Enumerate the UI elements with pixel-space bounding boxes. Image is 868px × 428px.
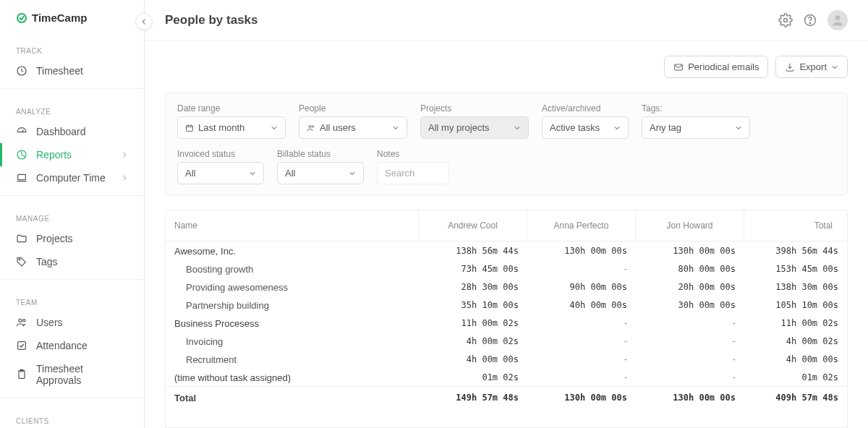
logo-text: TimeCamp [32, 12, 87, 24]
table-row: Invoicing4h 00m 02s--4h 00m 02s [166, 332, 847, 350]
row-name: Invoicing [166, 332, 419, 350]
chevron-down-icon [514, 124, 521, 132]
date-range-select[interactable]: Last month [177, 116, 286, 139]
periodical-emails-button[interactable]: Periodical emails [664, 56, 768, 78]
row-cell: 153h 45m 00s [744, 260, 847, 278]
report-table: Name Andrew Cool Anna Perfecto Jon Howar… [165, 210, 848, 428]
sidebar-item-label: Timesheet [36, 65, 83, 77]
row-cell: 4h 00m 00s [744, 350, 847, 368]
svg-point-14 [835, 15, 841, 20]
sidebar-item-label: Reports [36, 149, 72, 160]
periodical-emails-label: Periodical emails [688, 61, 759, 72]
invoiced-status-select[interactable]: All [177, 162, 264, 184]
chevron-down-icon [735, 124, 742, 132]
row-cell: - [636, 332, 744, 350]
chevron-down-icon [349, 170, 356, 177]
export-button[interactable]: Export [775, 56, 848, 78]
sidebar-item-label: Computer Time [36, 172, 106, 184]
sidebar-item-reports[interactable]: Reports [0, 143, 144, 166]
table-row: Awesome, Inc.138h 56m 44s130h 00m 00s130… [166, 241, 847, 260]
row-cell: - [527, 368, 636, 386]
sidebar-item-label: Users [36, 317, 63, 328]
row-cell: 73h 45m 00s [419, 260, 527, 278]
row-cell: - [527, 350, 636, 368]
table-row: Recruitment4h 00m 00s--4h 00m 00s [166, 350, 847, 368]
gear-icon[interactable] [778, 13, 793, 27]
row-cell: - [636, 314, 744, 332]
avatar[interactable] [827, 10, 848, 30]
col-user-1: Andrew Cool [419, 210, 527, 241]
active-archived-select[interactable]: Active tasks [542, 116, 629, 139]
row-name: (time without task assigned) [166, 368, 419, 386]
tags-select[interactable]: Any tag [642, 116, 750, 139]
sidebar: TimeCamp TRACKTimesheetANALYZEDashboardR… [0, 0, 145, 428]
logo[interactable]: TimeCamp [16, 12, 87, 24]
row-name: Providing awesomeness [166, 278, 419, 296]
row-cell: 01m 02s [419, 368, 527, 386]
sidebar-item-timesheet[interactable]: Timesheet [0, 59, 144, 82]
table-row: Total149h 57m 48s130h 00m 00s130h 00m 00… [166, 386, 847, 406]
chevron-down-icon [392, 124, 399, 132]
header: People by tasks [145, 0, 868, 41]
row-cell: 130h 00m 00s [636, 241, 744, 260]
notes-search-input[interactable] [377, 162, 449, 184]
page-title: People by tasks [165, 13, 258, 27]
collapse-sidebar-button[interactable] [135, 13, 153, 30]
sidebar-item-projects[interactable]: Projects [0, 227, 144, 250]
users-icon [16, 317, 27, 328]
sidebar-item-users[interactable]: Users [0, 311, 144, 334]
sidebar-item-tags[interactable]: Tags [0, 250, 144, 273]
row-cell: 90h 00m 00s [527, 278, 636, 296]
sidebar-item-timesheet-approvals[interactable]: Timesheet Approvals [0, 357, 144, 392]
sidebar-item-label: Tags [36, 256, 58, 268]
tag-icon [16, 256, 27, 268]
row-cell: - [527, 260, 636, 278]
help-icon[interactable] [803, 13, 817, 27]
filters-panel: Date range Last month People All users P… [165, 93, 848, 195]
row-name: Boosting growth [166, 260, 419, 278]
chevron-left-icon [140, 18, 148, 25]
row-cell: 4h 00m 02s [419, 332, 527, 350]
row-cell: 105h 10m 00s [744, 296, 847, 314]
row-cell: 130h 00m 00s [527, 387, 636, 406]
row-cell: 149h 57m 48s [419, 387, 527, 406]
laptop-icon [16, 172, 27, 184]
row-name: Total [166, 387, 419, 406]
row-cell: - [636, 368, 744, 386]
filter-label-invoiced: Invoiced status [177, 149, 264, 159]
sidebar-item-label: Dashboard [36, 126, 86, 137]
sidebar-item-label: Projects [36, 233, 73, 244]
row-cell: 409h 57m 48s [744, 387, 847, 406]
export-icon [785, 62, 795, 72]
clock-icon [16, 65, 27, 77]
svg-rect-16 [187, 125, 193, 131]
row-cell: 11h 00m 02s [744, 314, 847, 332]
export-label: Export [799, 61, 827, 72]
row-name: Partnership building [166, 296, 419, 314]
main: People by tasks Periodical emails [145, 0, 868, 428]
chevron-right-icon [121, 174, 128, 181]
filter-label-active: Active/archived [542, 103, 629, 114]
section-label: TRACK [0, 34, 144, 59]
sidebar-item-attendance[interactable]: Attendance [0, 334, 144, 357]
filter-label-people: People [299, 103, 407, 114]
row-cell: 80h 00m 00s [636, 260, 744, 278]
row-cell: 138h 30m 00s [744, 278, 847, 296]
row-name: Business Procesess [166, 314, 419, 332]
col-user-3: Jon Howard [636, 210, 744, 241]
table-row: Boosting growth73h 45m 00s-80h 00m 00s15… [166, 260, 847, 278]
filter-label-notes: Notes [377, 149, 449, 159]
row-cell: 35h 10m 00s [419, 296, 527, 314]
chevron-down-icon [271, 124, 278, 132]
sidebar-item-dashboard[interactable]: Dashboard [0, 120, 144, 143]
sidebar-item-computer-time[interactable]: Computer Time [0, 166, 144, 189]
billable-status-select[interactable]: All [277, 162, 364, 184]
row-cell: 130h 00m 00s [527, 241, 636, 260]
row-cell: - [636, 350, 744, 368]
svg-point-17 [309, 125, 311, 127]
filter-label-tags: Tags: [642, 103, 750, 114]
projects-select[interactable]: All my projects [420, 116, 529, 139]
svg-point-5 [19, 319, 22, 322]
people-select[interactable]: All users [299, 116, 407, 139]
svg-point-18 [312, 125, 314, 127]
